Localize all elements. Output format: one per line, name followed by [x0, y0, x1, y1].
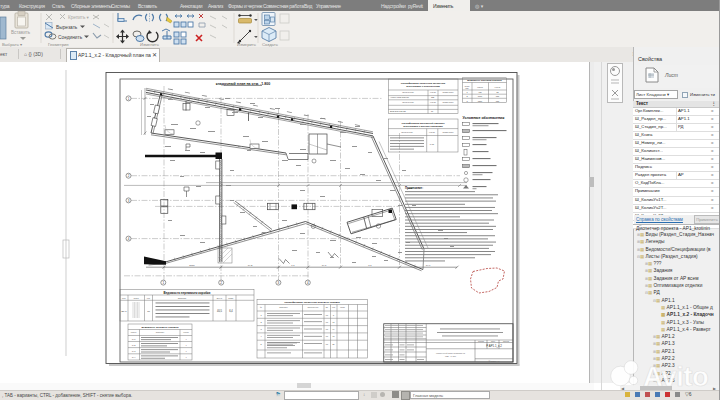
- svg-text:№: №: [260, 306, 262, 308]
- svg-text:Описание: Описание: [279, 306, 287, 308]
- svg-text:Примечание:: Примечание:: [405, 186, 423, 190]
- svg-text:Кладочный план подвала на: Кладочный план подвала на: [436, 352, 466, 354]
- svg-text:Марка: Марка: [477, 86, 484, 88]
- svg-text:Кол-во: Кол-во: [429, 131, 435, 133]
- svg-text:Кол: Кол: [332, 306, 335, 308]
- svg-text:Марка: Марка: [131, 331, 136, 333]
- svg-text:14: 14: [333, 328, 335, 330]
- svg-text:отм. -1.780: отм. -1.780: [445, 355, 457, 357]
- svg-text:Эскиз: Эскиз: [133, 297, 138, 299]
- svg-text:перегородок к перекрытиям: перегородок к перекрытиям: [406, 85, 440, 88]
- svg-text:14,2: 14,2: [248, 264, 253, 267]
- svg-text:Кол-во: Кол-во: [183, 331, 189, 333]
- svg-text:20: 20: [333, 343, 335, 345]
- svg-text:перегородки к монтаж головками: перегородки к монтаж головками: [403, 125, 443, 128]
- svg-text:Кол-во: Кол-во: [430, 101, 436, 103]
- svg-text:Кол.: Кол.: [147, 297, 151, 299]
- svg-text:11: 11: [333, 321, 335, 323]
- svg-text:кладочный план на отм. -1.800: кладочный план на отм. -1.800: [216, 82, 271, 86]
- svg-text:Обозначение: Обозначение: [307, 306, 318, 308]
- svg-text:14,1: 14,1: [322, 264, 327, 267]
- svg-text:шт: шт: [326, 314, 328, 316]
- svg-text:отм.: отм.: [465, 87, 469, 89]
- svg-text:Примечание: Примечание: [443, 101, 454, 103]
- svg-text:Описание: Описание: [156, 331, 164, 333]
- svg-text:Прим.: Прим.: [228, 297, 234, 299]
- svg-text:Р АР1.1_х.2: Р АР1.1_х.2: [486, 344, 502, 348]
- svg-text:Обозначение: Обозначение: [402, 91, 414, 93]
- svg-text:Анкер HST3 М10х90: Анкер HST3 М10х90: [390, 96, 410, 98]
- svg-text:3010: 3010: [189, 264, 195, 267]
- svg-text:6,4: 6,4: [229, 309, 233, 313]
- svg-text:Кол-во: Кол-во: [430, 91, 436, 93]
- svg-text:шт: шт: [326, 321, 328, 323]
- svg-text:Ведомость перемычек коробки: Ведомость перемычек коробки: [164, 291, 211, 295]
- svg-text:14,6: 14,6: [426, 264, 431, 267]
- svg-text:шт: шт: [326, 343, 328, 345]
- svg-text:Кол-во: Кол-во: [495, 86, 501, 88]
- svg-text:Поз.: Поз.: [122, 297, 126, 299]
- svg-text:шт: шт: [326, 335, 328, 337]
- svg-text:Прим: Прим: [340, 306, 345, 308]
- svg-text:9 шт.: 9 шт.: [430, 143, 435, 145]
- svg-text:шт: шт: [326, 328, 328, 330]
- svg-text:Обозначение: Обозначение: [402, 101, 414, 103]
- svg-text:40,5: 40,5: [217, 309, 223, 313]
- svg-text:17: 17: [333, 335, 335, 337]
- svg-text:8: 8: [333, 314, 334, 316]
- svg-text:Формат А1: Формат А1: [488, 360, 500, 362]
- svg-text:Ведомость жеребеек коробки: Ведомость жеребеек коробки: [142, 326, 179, 329]
- svg-text:Ведомость проемов коробки: Ведомость проемов коробки: [467, 79, 502, 82]
- svg-text:Обозначение: Обозначение: [401, 131, 413, 133]
- svg-text:Лист: Лист: [491, 340, 495, 342]
- svg-text:Спецификация элементов жеребее: Спецификация элементов жеребеек коробки: [284, 301, 340, 304]
- svg-text:Avito: Avito: [643, 361, 708, 392]
- svg-text:Листов: Листов: [503, 340, 509, 342]
- svg-text:Примечание: Примечание: [443, 91, 454, 93]
- svg-text:Болт DIN 933 М8: Болт DIN 933 М8: [390, 110, 407, 112]
- svg-text:Примечание: Примечание: [443, 131, 454, 133]
- svg-text:Описание: Описание: [178, 297, 187, 299]
- svg-text:Бр-1: Бр-1: [121, 310, 127, 313]
- svg-text:Стадия: Стадия: [478, 340, 484, 342]
- svg-text:Условные обозначения: Условные обозначения: [463, 116, 505, 120]
